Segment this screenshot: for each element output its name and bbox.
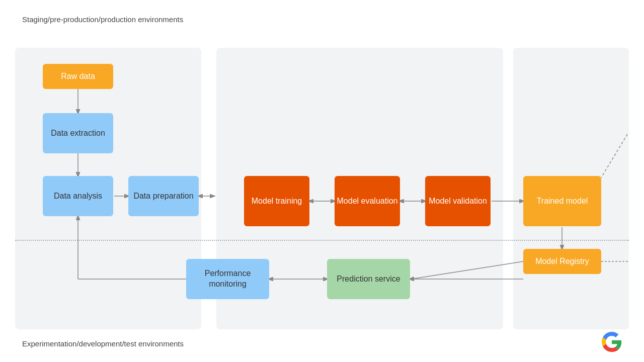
performance-monitoring-box: Performance monitoring	[186, 259, 269, 299]
data-extraction-box: Data extraction	[43, 113, 113, 153]
model-evaluation-box: Model evaluation	[335, 176, 400, 226]
top-environment-label: Staging/pre-production/production enviro…	[22, 15, 183, 24]
prediction-service-box: Prediction service	[327, 259, 410, 299]
raw-data-box: Raw data	[43, 64, 113, 89]
data-analysis-box: Data analysis	[43, 176, 113, 216]
dotted-divider	[15, 240, 629, 241]
model-registry-box: Model Registry	[523, 249, 601, 274]
bottom-environment-label: Experimentation/development/test environ…	[22, 339, 184, 348]
model-validation-box: Model validation	[425, 176, 491, 226]
model-training-box: Model training	[244, 176, 309, 226]
data-preparation-box: Data preparation	[128, 176, 199, 216]
google-cloud-icon	[602, 332, 622, 352]
trained-model-box: Trained model	[523, 176, 601, 226]
diagram-area: Raw data Data extraction Data analysis D…	[15, 48, 629, 329]
